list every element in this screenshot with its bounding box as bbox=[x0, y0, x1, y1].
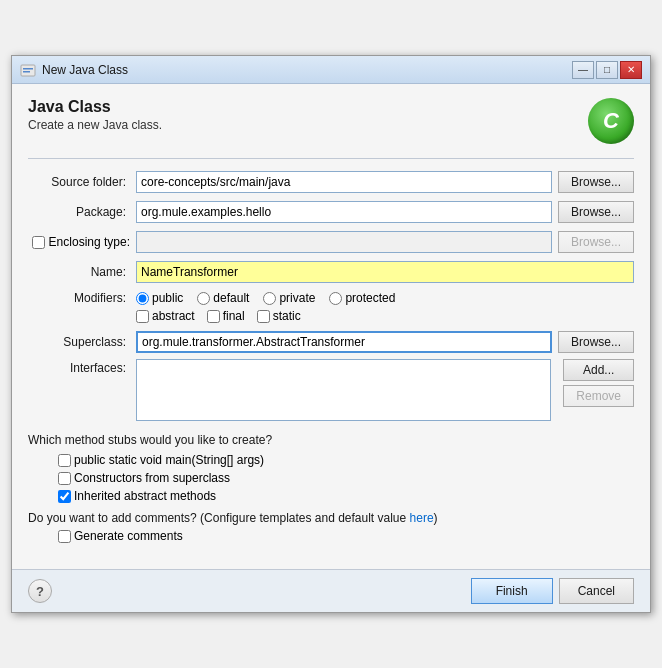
logo-icon: C bbox=[588, 98, 634, 144]
modifier-protected-radio[interactable] bbox=[329, 292, 342, 305]
stubs-section: Which method stubs would you like to cre… bbox=[28, 433, 634, 503]
modifier-abstract-label[interactable]: abstract bbox=[136, 309, 195, 323]
modifiers-section: Modifiers: public default private bbox=[28, 291, 634, 323]
generate-comments-text: Generate comments bbox=[74, 529, 183, 543]
modifier-abstract-checkbox[interactable] bbox=[136, 310, 149, 323]
stubs-options: public static void main(String[] args) C… bbox=[58, 453, 634, 503]
stubs-title: Which method stubs would you like to cre… bbox=[28, 433, 634, 447]
stub-constructors-text: Constructors from superclass bbox=[74, 471, 230, 485]
modifier-static-checkbox[interactable] bbox=[257, 310, 270, 323]
modifier-static-label[interactable]: static bbox=[257, 309, 301, 323]
modifier-private-text: private bbox=[279, 291, 315, 305]
stub-main-text: public static void main(String[] args) bbox=[74, 453, 264, 467]
window-title: New Java Class bbox=[42, 63, 128, 77]
bottom-buttons: Finish Cancel bbox=[471, 578, 634, 604]
source-folder-row: Source folder: Browse... bbox=[28, 171, 634, 193]
modifier-private-label[interactable]: private bbox=[263, 291, 315, 305]
close-button[interactable]: ✕ bbox=[620, 61, 642, 79]
cancel-button[interactable]: Cancel bbox=[559, 578, 634, 604]
comments-suffix: ) bbox=[434, 511, 438, 525]
generate-comments-label[interactable]: Generate comments bbox=[58, 529, 634, 543]
divider bbox=[28, 158, 634, 159]
source-folder-browse-button[interactable]: Browse... bbox=[558, 171, 634, 193]
package-row: Package: Browse... bbox=[28, 201, 634, 223]
generate-comments-checkbox[interactable] bbox=[58, 530, 71, 543]
source-folder-label: Source folder: bbox=[28, 175, 136, 189]
comments-title: Do you want to add comments? (Configure … bbox=[28, 511, 634, 525]
enclosing-type-input[interactable] bbox=[136, 231, 552, 253]
modifiers-checkbox-group: abstract final static bbox=[136, 309, 634, 323]
enclosing-type-browse-button[interactable]: Browse... bbox=[558, 231, 634, 253]
package-input[interactable] bbox=[136, 201, 552, 223]
modifier-static-text: static bbox=[273, 309, 301, 323]
package-label: Package: bbox=[28, 205, 136, 219]
modifier-final-label[interactable]: final bbox=[207, 309, 245, 323]
interfaces-buttons: Add... Remove bbox=[557, 359, 634, 407]
main-window: New Java Class — □ ✕ Java Class Create a… bbox=[11, 55, 651, 613]
modifier-final-checkbox[interactable] bbox=[207, 310, 220, 323]
header-section: Java Class Create a new Java class. C bbox=[28, 98, 634, 144]
stub-main-label[interactable]: public static void main(String[] args) bbox=[58, 453, 634, 467]
modifier-protected-label[interactable]: protected bbox=[329, 291, 395, 305]
superclass-row: Superclass: Browse... bbox=[28, 331, 634, 353]
stub-main-checkbox[interactable] bbox=[58, 454, 71, 467]
dialog-content: Java Class Create a new Java class. C So… bbox=[12, 84, 650, 569]
help-button[interactable]: ? bbox=[28, 579, 52, 603]
finish-button[interactable]: Finish bbox=[471, 578, 553, 604]
comments-question-text: Do you want to add comments? (Configure … bbox=[28, 511, 410, 525]
window-icon bbox=[20, 62, 36, 78]
enclosing-type-label: Enclosing type: bbox=[49, 235, 130, 249]
modifiers-radio-group: public default private protected bbox=[136, 291, 395, 305]
modifier-final-text: final bbox=[223, 309, 245, 323]
superclass-browse-button[interactable]: Browse... bbox=[558, 331, 634, 353]
enclosing-type-row: Enclosing type: Browse... bbox=[28, 231, 634, 253]
title-bar: New Java Class — □ ✕ bbox=[12, 56, 650, 84]
minimize-button[interactable]: — bbox=[572, 61, 594, 79]
stub-inherited-text: Inherited abstract methods bbox=[74, 489, 216, 503]
dialog-title: Java Class bbox=[28, 98, 162, 116]
interfaces-add-button[interactable]: Add... bbox=[563, 359, 634, 381]
superclass-label: Superclass: bbox=[28, 335, 136, 349]
modifier-public-text: public bbox=[152, 291, 183, 305]
name-row: Name: bbox=[28, 261, 634, 283]
interfaces-section: Interfaces: Add... Remove bbox=[28, 359, 634, 421]
header-text: Java Class Create a new Java class. bbox=[28, 98, 162, 132]
comments-link[interactable]: here bbox=[410, 511, 434, 525]
maximize-button[interactable]: □ bbox=[596, 61, 618, 79]
source-folder-input[interactable] bbox=[136, 171, 552, 193]
comments-options: Generate comments bbox=[58, 529, 634, 543]
modifier-public-radio[interactable] bbox=[136, 292, 149, 305]
title-bar-controls: — □ ✕ bbox=[572, 61, 642, 79]
modifier-default-radio[interactable] bbox=[197, 292, 210, 305]
modifiers-radio-row: Modifiers: public default private bbox=[28, 291, 634, 305]
interfaces-label: Interfaces: bbox=[28, 359, 136, 375]
comments-section: Do you want to add comments? (Configure … bbox=[28, 511, 634, 543]
modifier-protected-text: protected bbox=[345, 291, 395, 305]
package-browse-button[interactable]: Browse... bbox=[558, 201, 634, 223]
modifiers-label: Modifiers: bbox=[28, 291, 136, 305]
svg-rect-1 bbox=[23, 68, 33, 70]
modifier-private-radio[interactable] bbox=[263, 292, 276, 305]
modifier-public-label[interactable]: public bbox=[136, 291, 183, 305]
stub-constructors-label[interactable]: Constructors from superclass bbox=[58, 471, 634, 485]
bottom-bar: ? Finish Cancel bbox=[12, 569, 650, 612]
name-input[interactable] bbox=[136, 261, 634, 283]
name-label: Name: bbox=[28, 265, 136, 279]
dialog-subtitle: Create a new Java class. bbox=[28, 118, 162, 132]
superclass-input[interactable] bbox=[136, 331, 552, 353]
stub-constructors-checkbox[interactable] bbox=[58, 472, 71, 485]
stub-inherited-label[interactable]: Inherited abstract methods bbox=[58, 489, 634, 503]
svg-rect-0 bbox=[21, 65, 35, 76]
enclosing-type-checkbox-label[interactable]: Enclosing type: bbox=[28, 235, 136, 249]
enclosing-type-checkbox[interactable] bbox=[32, 236, 45, 249]
svg-rect-2 bbox=[23, 71, 30, 73]
modifier-default-text: default bbox=[213, 291, 249, 305]
interfaces-list[interactable] bbox=[136, 359, 551, 421]
title-bar-left: New Java Class bbox=[20, 62, 128, 78]
interfaces-remove-button[interactable]: Remove bbox=[563, 385, 634, 407]
modifier-abstract-text: abstract bbox=[152, 309, 195, 323]
modifier-default-label[interactable]: default bbox=[197, 291, 249, 305]
stub-inherited-checkbox[interactable] bbox=[58, 490, 71, 503]
